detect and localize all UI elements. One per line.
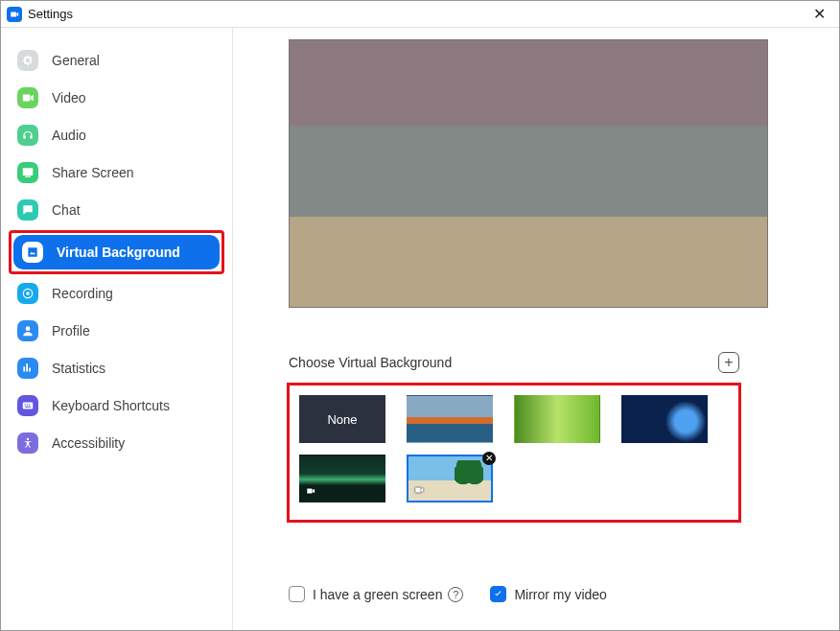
green-screen-help-icon[interactable]: ? [448, 587, 463, 602]
sidebar-item-label: Audio [52, 128, 86, 143]
green-screen-checkbox[interactable] [289, 586, 305, 602]
sidebar-item-label: Chat [52, 202, 81, 218]
stats-icon [17, 358, 38, 379]
titlebar: Settings ✕ [1, 1, 839, 28]
svg-rect-6 [29, 404, 30, 405]
settings-sidebar: General Video Audio Share Screen Chat Vi… [1, 28, 233, 630]
camera-icon [17, 87, 38, 108]
record-icon [17, 283, 38, 304]
background-thumb-bridge[interactable] [407, 395, 493, 443]
sidebar-item-label: Recording [52, 286, 113, 301]
sidebar-item-virtual-background[interactable]: Virtual Background [13, 235, 220, 269]
add-background-button[interactable]: + [718, 352, 739, 373]
background-thumbnails-highlight: None ✕ [287, 383, 741, 523]
svg-rect-4 [25, 404, 26, 405]
svg-rect-5 [27, 404, 28, 405]
svg-point-1 [26, 292, 30, 295]
keyboard-icon [17, 395, 38, 416]
accessibility-icon [17, 432, 38, 454]
window-title: Settings [28, 7, 73, 21]
sidebar-item-label: General [52, 53, 100, 68]
sidebar-item-label: Profile [52, 323, 90, 339]
video-preview [289, 39, 768, 308]
sidebar-active-highlight: Virtual Background [9, 230, 224, 274]
background-thumb-grass[interactable] [514, 395, 600, 443]
mirror-video-option[interactable]: Mirror my video [490, 586, 606, 602]
gear-icon [17, 50, 38, 71]
svg-rect-3 [23, 403, 34, 409]
background-thumb-earth[interactable] [621, 395, 708, 443]
sidebar-item-label: Virtual Background [57, 245, 180, 260]
sidebar-item-profile[interactable]: Profile [9, 314, 224, 348]
zoom-app-icon [7, 7, 22, 22]
sidebar-item-label: Share Screen [52, 165, 134, 180]
sidebar-item-label: Statistics [52, 361, 105, 376]
settings-main-panel: Choose Virtual Background + None ✕ [233, 28, 839, 630]
user-icon [17, 320, 38, 341]
svg-point-8 [27, 438, 29, 440]
sidebar-item-label: Video [52, 90, 86, 105]
green-screen-option[interactable]: I have a green screen ? [289, 586, 463, 602]
sidebar-item-label: Keyboard Shortcuts [52, 398, 170, 413]
sidebar-item-keyboard-shortcuts[interactable]: Keyboard Shortcuts [9, 388, 224, 423]
svg-rect-7 [25, 407, 31, 408]
sidebar-item-general[interactable]: General [9, 43, 224, 78]
headphones-icon [17, 125, 38, 146]
background-icon [22, 242, 43, 263]
chat-icon [17, 199, 38, 221]
share-screen-icon [17, 162, 38, 183]
green-screen-label: I have a green screen [313, 587, 442, 602]
video-indicator-icon [412, 482, 426, 498]
mirror-video-label: Mirror my video [514, 587, 606, 602]
background-thumb-beach[interactable]: ✕ [407, 455, 493, 502]
sidebar-item-recording[interactable]: Recording [9, 276, 224, 311]
video-indicator-icon [304, 483, 317, 499]
svg-point-2 [26, 326, 31, 331]
delete-background-button[interactable]: ✕ [482, 452, 496, 465]
sidebar-item-chat[interactable]: Chat [9, 193, 224, 227]
sidebar-item-statistics[interactable]: Statistics [9, 351, 224, 386]
sidebar-item-accessibility[interactable]: Accessibility [9, 426, 224, 460]
window-close-button[interactable]: ✕ [807, 5, 831, 24]
sidebar-item-video[interactable]: Video [9, 81, 224, 115]
sidebar-item-share-screen[interactable]: Share Screen [9, 155, 224, 190]
background-thumb-aurora[interactable] [299, 455, 385, 502]
sidebar-item-audio[interactable]: Audio [9, 118, 224, 152]
background-thumb-none-label: None [327, 412, 357, 427]
background-thumb-none[interactable]: None [299, 395, 385, 443]
mirror-video-checkbox[interactable] [490, 586, 506, 602]
sidebar-item-label: Accessibility [52, 435, 125, 451]
choose-background-label: Choose Virtual Background [289, 355, 452, 370]
